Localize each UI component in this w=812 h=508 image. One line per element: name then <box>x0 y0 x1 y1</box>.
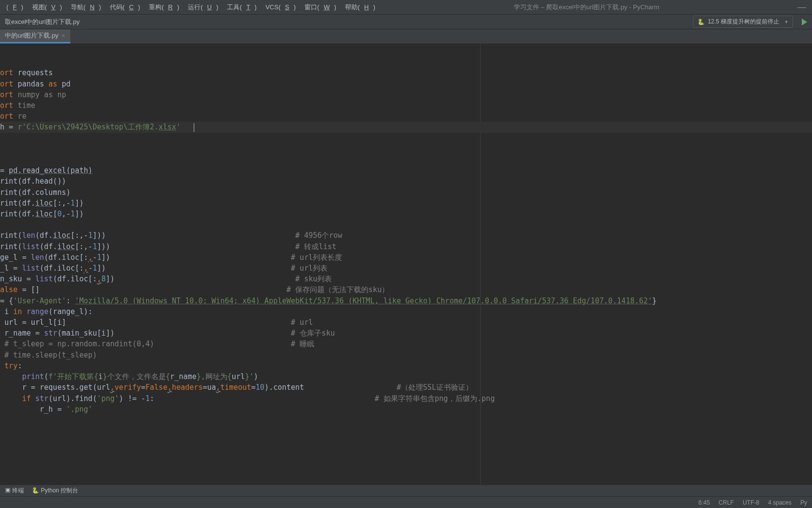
code-line[interactable]: rint(list(df.iloc[:,-1])) # 转成list <box>0 241 812 252</box>
code-line[interactable]: r_h = '.png' <box>0 404 812 415</box>
minimize-icon[interactable]: — <box>793 2 810 12</box>
code-line[interactable]: rint(len(df.iloc[:,-1])) # 4956个row <box>0 230 812 241</box>
code-line[interactable]: rint(df.head()) <box>0 176 812 187</box>
menu-vcs[interactable]: VCS(S) <box>261 3 300 11</box>
code-line[interactable]: print(f'开始下载第{i}个文件，文件名是{r_name},网址为{url… <box>0 371 812 382</box>
tab-label: 中的url图片下载.py <box>5 31 59 40</box>
indent-setting[interactable]: 4 spaces <box>768 499 792 506</box>
code-line[interactable]: # t_sleep = np.random.randint(0,4) # 睡眠 <box>0 339 812 349</box>
code-line[interactable]: ort re <box>0 111 812 122</box>
code-line[interactable]: ort numpy as np <box>0 89 812 100</box>
hard-wrap-guide <box>480 44 481 485</box>
code-line[interactable] <box>0 144 812 154</box>
code-line[interactable]: h = r'C:\Users\29425\Desktop\工作簿2.xlsx' <box>0 122 812 132</box>
code-line[interactable] <box>0 219 812 230</box>
run-config-selector[interactable]: 🐍 12.5 梯度提升树的提前停止 ▼ <box>693 16 793 28</box>
code-line[interactable]: i in range(range_l): <box>0 306 812 317</box>
run-button[interactable] <box>802 19 807 25</box>
code-line[interactable]: ort pandas as pd <box>0 79 812 89</box>
caret-position[interactable]: 6:45 <box>698 499 710 506</box>
code-editor[interactable]: ort requestsort pandas as pdort numpy as… <box>0 44 812 485</box>
code-line[interactable]: = {'User-Agent': 'Mozilla/5.0 (Windows N… <box>0 296 812 306</box>
code-line[interactable]: try: <box>0 360 812 371</box>
code-line[interactable]: rint(df.iloc[0,-1]) <box>0 209 812 219</box>
tool-window-bar: ▣ 终端 🐍 Python 控制台 <box>0 485 812 496</box>
code-line[interactable]: rint(df.columns) <box>0 187 812 198</box>
menu-help[interactable]: 帮助(H) <box>341 3 380 12</box>
python-console-tool-button[interactable]: 🐍 Python 控制台 <box>32 487 78 495</box>
menu-file[interactable]: (F) <box>2 3 28 11</box>
code-line[interactable]: rint(df.iloc[:,-1]) <box>0 198 812 209</box>
menu-window[interactable]: 窗口(W) <box>300 3 341 12</box>
chevron-down-icon: ▼ <box>784 20 789 24</box>
python-icon: 🐍 <box>697 19 705 25</box>
code-line[interactable]: if str(url).find('png') != -1: # 如果字符串包含… <box>0 393 812 404</box>
file-encoding[interactable]: UTF-8 <box>743 499 759 506</box>
menu-code[interactable]: 代码(C) <box>105 3 144 12</box>
code-line[interactable]: r = requests.get(url,verify=False,header… <box>0 382 812 393</box>
code-line[interactable] <box>0 133 812 144</box>
run-config-label: 12.5 梯度提升树的提前停止 <box>708 18 779 26</box>
interpreter[interactable]: Py <box>800 499 807 506</box>
menu-navigate[interactable]: 导航(N) <box>66 3 105 12</box>
toolbar: 取excel中的url图片下载.py 🐍 12.5 梯度提升树的提前停止 ▼ <box>0 15 812 29</box>
menu-tools[interactable]: 工具(T) <box>223 3 261 12</box>
close-icon[interactable]: × <box>61 32 65 40</box>
code-line[interactable]: alse = [] # 保存问题（无法下载的sku） <box>0 284 812 295</box>
terminal-tool-button[interactable]: ▣ 终端 <box>5 487 24 495</box>
menu-view[interactable]: 视图(V) <box>28 3 66 12</box>
menu-refactor[interactable]: 重构(R) <box>144 3 183 12</box>
code-line[interactable]: # time.sleep(t_sleep) <box>0 350 812 360</box>
menu-bar: (F) 视图(V) 导航(N) 代码(C) 重构(R) 运行(U) 工具(T) … <box>0 0 812 15</box>
menu-run[interactable]: 运行(U) <box>183 3 223 12</box>
editor-tabs: 中的url图片下载.py × <box>0 29 812 44</box>
code-line[interactable]: = pd.read_excel(path) <box>0 165 812 176</box>
code-line[interactable]: r_name = str(main_sku[i]) # 仓库子sku <box>0 328 812 339</box>
code-line[interactable]: ort time <box>0 100 812 111</box>
window-title: 学习文件 – 爬取excel中的url图片下载.py - PyCharm <box>380 3 793 12</box>
code-line[interactable]: _l = list(df.iloc[:,-1]) # url列表 <box>0 263 812 274</box>
editor-tab-active[interactable]: 中的url图片下载.py × <box>0 29 70 43</box>
code-line[interactable]: url = url_l[i] # url <box>0 317 812 328</box>
code-line[interactable] <box>0 154 812 165</box>
status-bar: 6:45 CRLF UTF-8 4 spaces Py <box>0 496 812 508</box>
line-separator[interactable]: CRLF <box>719 499 734 506</box>
code-line[interactable]: ge_l = len(df.iloc[:,-1]) # url列表长度 <box>0 252 812 263</box>
breadcrumb[interactable]: 取excel中的url图片下载.py <box>5 18 80 26</box>
code-line[interactable]: n_sku = list(df.iloc[:,8]) # sku列表 <box>0 274 812 284</box>
code-line[interactable]: ort requests <box>0 67 812 78</box>
